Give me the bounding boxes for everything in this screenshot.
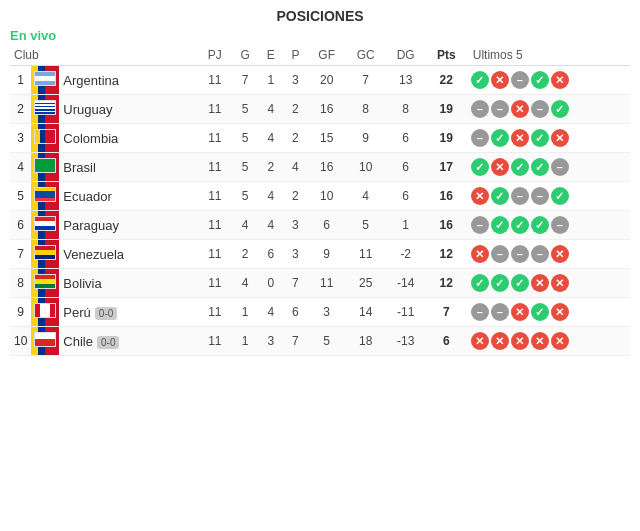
result-loss: ✕ [551,332,569,350]
page-title: POSICIONES [10,8,630,24]
dg: 6 [386,153,426,182]
g: 5 [232,124,259,153]
flag [31,66,59,95]
club-name: Perú0-0 [59,298,198,327]
result-win: ✓ [551,187,569,205]
e: 6 [258,240,283,269]
table-row: 9Perú0-011146314-117––✕✓✕ [10,298,630,327]
gf: 6 [308,211,346,240]
header-club: Club [10,45,198,66]
result-win: ✓ [471,158,489,176]
pts: 16 [426,182,467,211]
table-row: 5Ecuador11542104616✕✓––✓ [10,182,630,211]
header-p: P [283,45,308,66]
result-draw: – [551,216,569,234]
result-loss: ✕ [551,129,569,147]
result-draw: – [491,100,509,118]
table-row: 4Brasil115241610617✓✕✓✓– [10,153,630,182]
gc: 10 [346,153,386,182]
p: 2 [283,124,308,153]
result-loss: ✕ [531,274,549,292]
result-draw: – [471,303,489,321]
e: 2 [258,153,283,182]
flag [31,269,59,298]
gf: 15 [308,124,346,153]
dg: 13 [386,66,426,95]
last5: –✓✕✓✕ [467,124,630,153]
pj: 11 [198,269,232,298]
last5: ✕✓––✓ [467,182,630,211]
last5: –✓✓✓– [467,211,630,240]
table-row: 1Argentina117132071322✓✕–✓✕ [10,66,630,95]
last5: ––✕–✓ [467,95,630,124]
result-win: ✓ [491,216,509,234]
g: 5 [232,182,259,211]
dg: -2 [386,240,426,269]
pj: 11 [198,182,232,211]
result-win: ✓ [551,100,569,118]
posiciones-container: POSICIONES En vivo Club PJ G E P GF GC D… [0,0,640,364]
position: 6 [10,211,31,240]
g: 4 [232,211,259,240]
result-win: ✓ [471,71,489,89]
g: 4 [232,269,259,298]
result-loss: ✕ [511,129,529,147]
pts: 19 [426,95,467,124]
flag [31,182,59,211]
e: 3 [258,327,283,356]
result-win: ✓ [491,129,509,147]
result-win: ✓ [531,216,549,234]
pj: 11 [198,298,232,327]
pts: 7 [426,298,467,327]
flag [31,298,59,327]
gc: 5 [346,211,386,240]
result-loss: ✕ [471,187,489,205]
pts: 6 [426,327,467,356]
result-loss: ✕ [511,332,529,350]
dg: 1 [386,211,426,240]
table-row: 2Uruguay11542168819––✕–✓ [10,95,630,124]
result-draw: – [491,245,509,263]
result-win: ✓ [531,71,549,89]
pj: 11 [198,124,232,153]
e: 4 [258,182,283,211]
result-draw: – [491,303,509,321]
result-draw: – [551,158,569,176]
header-dg: DG [386,45,426,66]
pj: 11 [198,327,232,356]
table-row: 3Colombia11542159619–✓✕✓✕ [10,124,630,153]
flag [31,211,59,240]
club-name: Ecuador [59,182,198,211]
club-name: Bolivia [59,269,198,298]
table-header-row: Club PJ G E P GF GC DG Pts Ultimos 5 [10,45,630,66]
header-pts: Pts [426,45,467,66]
gc: 14 [346,298,386,327]
p: 4 [283,153,308,182]
club-name: Chile0-0 [59,327,198,356]
result-loss: ✕ [491,158,509,176]
pts: 17 [426,153,467,182]
result-draw: – [531,187,549,205]
e: 4 [258,298,283,327]
result-draw: – [531,100,549,118]
pj: 11 [198,153,232,182]
club-name: Brasil [59,153,198,182]
result-loss: ✕ [551,71,569,89]
position: 8 [10,269,31,298]
g: 5 [232,153,259,182]
header-pj: PJ [198,45,232,66]
p: 6 [283,298,308,327]
g: 2 [232,240,259,269]
result-loss: ✕ [551,245,569,263]
flag [31,153,59,182]
position: 9 [10,298,31,327]
result-loss: ✕ [511,303,529,321]
flag [31,327,59,356]
gc: 8 [346,95,386,124]
flag [31,95,59,124]
e: 4 [258,211,283,240]
p: 3 [283,211,308,240]
position: 4 [10,153,31,182]
e: 4 [258,124,283,153]
g: 7 [232,66,259,95]
